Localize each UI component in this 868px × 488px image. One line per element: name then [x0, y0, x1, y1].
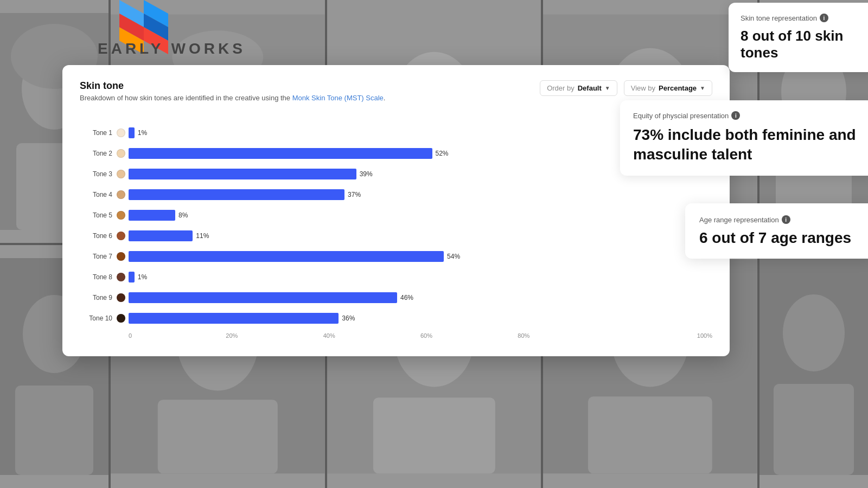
view-value: Percentage — [659, 84, 697, 92]
tone-label-7: Tone 7 — [80, 253, 117, 260]
card-header-left: Skin tone Breakdown of how skin tones ar… — [80, 80, 385, 102]
chart-row: Tone 4 37% — [80, 185, 712, 204]
tone-label-1: Tone 1 — [80, 129, 117, 137]
x-tick-2: 40% — [323, 332, 420, 339]
chart-legend: Percentage of creative — [80, 106, 712, 114]
bar-container-9: 46% — [129, 292, 712, 303]
bar-label-6: 11% — [196, 232, 209, 240]
bar-label-4: 37% — [348, 191, 361, 198]
equity-info-icon: i — [731, 111, 740, 120]
x-tick-5: 100% — [615, 332, 712, 339]
bar-label-7: 54% — [447, 253, 460, 260]
bar-label-10: 36% — [342, 314, 355, 322]
chart-row: Tone 3 39% — [80, 164, 712, 184]
bar-4: 37% — [129, 189, 344, 200]
skin-rep-label-row: Skin tone representation i — [741, 14, 863, 22]
bar-label-9: 46% — [400, 294, 413, 301]
x-tick-0: 0 — [129, 332, 226, 339]
bar-10: 36% — [129, 313, 339, 324]
chart-row: Tone 7 54% — [80, 247, 712, 266]
tone-swatch-10 — [117, 314, 125, 323]
age-label-text: Age range representation — [699, 216, 779, 224]
bar-label-2: 52% — [436, 150, 449, 157]
card-subtitle: Breakdown of how skin tones are identifi… — [80, 94, 385, 102]
tone-swatch-8 — [117, 273, 125, 281]
skin-rep-card: Skin tone representation i 8 out of 10 s… — [729, 3, 868, 72]
skin-rep-label-text: Skin tone representation — [741, 14, 817, 22]
main-card: Skin tone Breakdown of how skin tones ar… — [62, 65, 730, 356]
svg-point-30 — [783, 294, 845, 371]
x-axis: 020%40%60%80%100% — [129, 332, 712, 339]
chart-row: Tone 9 46% — [80, 288, 712, 307]
equity-label-text: Equity of physcial presentation — [633, 112, 729, 120]
age-card: Age range representation i 6 out of 7 ag… — [685, 203, 868, 259]
x-tick-1: 20% — [226, 332, 323, 339]
chart-area: Tone 1 1% Tone 2 52% Tone 3 39% — [80, 123, 712, 339]
skin-rep-value: 8 out of 10 skin tones — [741, 28, 863, 61]
bar-1: 1% — [129, 127, 135, 138]
brand-text: EARLY WORKS — [98, 40, 246, 57]
order-by-dropdown[interactable]: Order by Default ▼ — [540, 80, 617, 96]
order-label: Order by — [547, 84, 575, 92]
svg-rect-28 — [588, 396, 712, 473]
chart-row: Tone 1 1% — [80, 123, 712, 143]
tone-swatch-6 — [117, 232, 125, 240]
svg-rect-22 — [158, 400, 278, 473]
view-chevron-icon: ▼ — [700, 85, 705, 91]
card-title: Skin tone — [80, 80, 385, 92]
tone-label-8: Tone 8 — [80, 273, 117, 281]
bar-container-8: 1% — [129, 272, 712, 282]
bar-label-1: 1% — [138, 129, 147, 137]
bg-face-10 — [760, 245, 868, 488]
bar-container-5: 8% — [129, 210, 712, 221]
equity-value: 73% include both feminine and masculine … — [633, 125, 862, 165]
x-tick-3: 60% — [420, 332, 518, 339]
skin-rep-info-icon: i — [820, 14, 828, 22]
tone-swatch-4 — [117, 190, 125, 199]
tone-label-3: Tone 3 — [80, 170, 117, 178]
card-header: Skin tone Breakdown of how skin tones ar… — [80, 80, 712, 102]
subtitle-suffix: . — [384, 94, 386, 102]
tone-label-4: Tone 4 — [80, 191, 117, 198]
tone-swatch-9 — [117, 293, 125, 302]
age-value: 6 out of 7 age ranges — [699, 229, 861, 247]
equity-card: Equity of physcial presentation i 73% in… — [620, 100, 868, 176]
bar-label-8: 1% — [138, 273, 147, 281]
view-by-dropdown[interactable]: View by Percentage ▼ — [624, 80, 712, 96]
subtitle-prefix: Breakdown of how skin tones are identifi… — [80, 94, 292, 102]
bar-3: 39% — [129, 169, 356, 179]
tone-label-2: Tone 2 — [80, 150, 117, 157]
svg-rect-19 — [15, 386, 93, 475]
mst-link[interactable]: Monk Skin Tone (MST) Scale — [292, 94, 384, 102]
order-chevron-icon: ▼ — [605, 85, 610, 91]
x-tick-4: 80% — [518, 332, 615, 339]
view-label: View by — [631, 84, 655, 92]
svg-rect-25 — [373, 397, 495, 473]
bar-2: 52% — [129, 148, 432, 159]
bar-label-3: 39% — [360, 170, 373, 178]
bar-5: 8% — [129, 210, 175, 221]
bar-container-10: 36% — [129, 313, 712, 324]
tone-label-10: Tone 10 — [80, 314, 117, 322]
age-label-row: Age range representation i — [699, 215, 861, 224]
bar-container-4: 37% — [129, 189, 712, 200]
tone-swatch-3 — [117, 170, 125, 178]
chart-row: Tone 8 1% — [80, 267, 712, 287]
chart-row: Tone 10 36% — [80, 309, 712, 328]
chart-row: Tone 6 11% — [80, 226, 712, 246]
tone-swatch-5 — [117, 211, 125, 220]
age-info-icon: i — [782, 215, 790, 224]
chart-row: Tone 5 8% — [80, 206, 712, 225]
tone-swatch-1 — [117, 129, 125, 137]
bar-container-7: 54% — [129, 251, 712, 262]
chart-row: Tone 2 52% — [80, 144, 712, 163]
bar-6: 11% — [129, 230, 193, 241]
bar-8: 1% — [129, 272, 135, 282]
bar-9: 46% — [129, 292, 397, 303]
tone-label-9: Tone 9 — [80, 294, 117, 301]
bar-7: 54% — [129, 251, 444, 262]
svg-rect-31 — [774, 384, 854, 475]
equity-label-row: Equity of physcial presentation i — [633, 111, 862, 120]
bar-container-6: 11% — [129, 230, 712, 241]
order-value: Default — [578, 84, 602, 92]
